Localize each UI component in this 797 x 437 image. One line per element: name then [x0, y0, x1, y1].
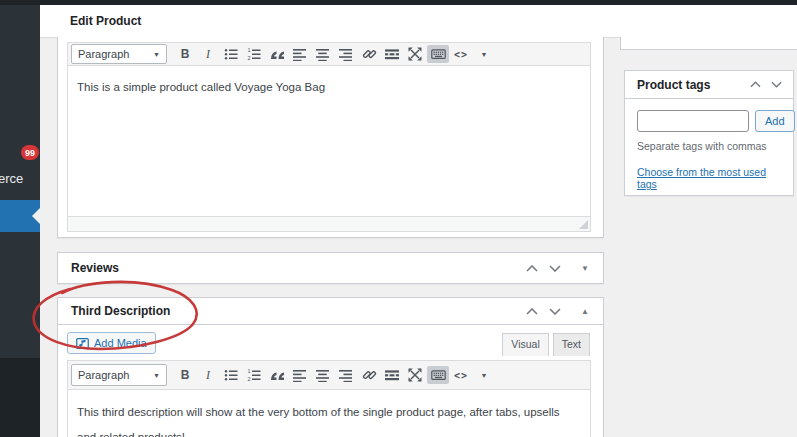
bullet-list-button[interactable] [220, 45, 242, 63]
align-center-icon [316, 369, 330, 382]
tags-input[interactable] [637, 110, 749, 132]
numbered-list-button[interactable]: 12 [243, 366, 265, 384]
description-postbox: Paragraph ▼ BI12<>▼ This is a simple pro… [57, 37, 604, 238]
link-icon [362, 47, 377, 61]
more-tag-icon [385, 47, 399, 61]
product-tags-title: Product tags [637, 78, 748, 92]
move-up-button[interactable] [525, 263, 539, 273]
toolbar-menu-caret-icon: ▼ [481, 51, 488, 58]
svg-text:1: 1 [247, 47, 250, 53]
product-tags-header[interactable]: Product tags [625, 71, 793, 99]
blockquote-icon [270, 48, 285, 61]
toolbar-toggle-button[interactable] [427, 366, 449, 384]
sidebar-item-woocommerce[interactable]: erce [0, 171, 23, 186]
code-icon: <> [454, 370, 468, 381]
svg-text:2: 2 [247, 55, 250, 61]
code-icon: <> [454, 49, 468, 60]
page-header: Edit Product [40, 5, 797, 37]
paragraph-format-label: Paragraph [78, 48, 129, 60]
description-editor: Paragraph ▼ BI12<>▼ This is a simple pro… [67, 42, 591, 232]
fullscreen-button[interactable] [404, 366, 426, 384]
blockquote-button[interactable] [266, 45, 288, 63]
description-content-area[interactable]: This is a simple product called Voyage Y… [68, 66, 590, 217]
italic-button[interactable]: I [197, 366, 219, 384]
align-center-button[interactable] [312, 366, 334, 384]
numbered-list-icon: 12 [247, 368, 261, 382]
third-description-content-area[interactable]: This third description will show at the … [68, 390, 590, 437]
more-tag-button[interactable] [381, 366, 403, 384]
page-title: Edit Product [70, 14, 141, 28]
product-tags-postbox: Product tags Add Separate tags with comm… [624, 70, 794, 196]
bold-button[interactable]: B [174, 366, 196, 384]
align-left-icon [293, 48, 307, 61]
resize-grip-icon[interactable] [579, 220, 588, 229]
italic-button[interactable]: I [197, 45, 219, 63]
toolbar-menu-caret[interactable]: ▼ [473, 45, 495, 63]
sidebar-item-active[interactable] [0, 200, 40, 232]
move-up-button[interactable] [748, 80, 762, 90]
move-down-button[interactable] [548, 263, 562, 273]
add-media-label: Add Media [94, 337, 147, 349]
paragraph-format-label: Paragraph [78, 369, 129, 381]
move-down-button[interactable] [769, 80, 783, 90]
link-button[interactable] [358, 366, 380, 384]
collapse-toggle-icon[interactable]: ▼ [579, 264, 591, 273]
chevron-up-icon [750, 81, 761, 88]
blockquote-button[interactable] [266, 366, 288, 384]
bullet-list-icon [224, 47, 238, 61]
most-used-tags-link[interactable]: Choose from the most used tags [637, 166, 781, 190]
chevron-down-icon: ▼ [153, 372, 160, 379]
bullet-list-icon [224, 368, 238, 382]
numbered-list-button[interactable]: 12 [243, 45, 265, 63]
bold-button[interactable]: B [174, 45, 196, 63]
align-center-button[interactable] [312, 45, 334, 63]
third-description-title: Third Description [71, 304, 525, 318]
reviews-postbox: Reviews ▼ [57, 252, 604, 284]
align-left-button[interactable] [289, 366, 311, 384]
bullet-list-button[interactable] [220, 366, 242, 384]
add-media-button[interactable]: Add Media [67, 332, 156, 354]
link-button[interactable] [358, 45, 380, 63]
toolbar-buttons: BI12<>▼ [174, 366, 495, 384]
media-icon [76, 337, 89, 350]
chevron-down-icon [549, 308, 561, 315]
reviews-title: Reviews [71, 261, 525, 275]
paragraph-format-select[interactable]: Paragraph ▼ [71, 364, 167, 386]
update-count-badge: 99 [21, 145, 39, 160]
tab-visual[interactable]: Visual [502, 333, 548, 356]
editor-toolbar: Paragraph ▼ BI12<>▼ [68, 361, 590, 390]
editor-mode-tabs: Visual Text [498, 332, 590, 355]
active-item-arrow-icon [32, 208, 40, 224]
chevron-down-icon: ▼ [153, 51, 160, 58]
toolbar-menu-caret[interactable]: ▼ [473, 366, 495, 384]
align-right-button[interactable] [335, 45, 357, 63]
third-description-postbox: Third Description ▲ Add Media Visual Tex… [57, 297, 604, 437]
move-down-button[interactable] [548, 306, 562, 316]
italic-icon: I [206, 47, 210, 62]
code-button[interactable]: <> [450, 366, 472, 384]
collapse-toggle-icon[interactable]: ▲ [579, 307, 591, 316]
fullscreen-button[interactable] [404, 45, 426, 63]
product-tags-body: Add Separate tags with commas Choose fro… [625, 99, 793, 203]
code-button[interactable]: <> [450, 45, 472, 63]
align-right-icon [339, 48, 353, 61]
paragraph-format-select[interactable]: Paragraph ▼ [71, 44, 167, 64]
toolbar-toggle-button[interactable] [427, 45, 449, 63]
align-right-button[interactable] [335, 366, 357, 384]
add-tag-button[interactable]: Add [755, 110, 795, 132]
move-up-button[interactable] [525, 306, 539, 316]
align-left-button[interactable] [289, 45, 311, 63]
tab-text[interactable]: Text [553, 333, 590, 356]
more-tag-icon [385, 368, 399, 382]
more-tag-button[interactable] [381, 45, 403, 63]
toolbar-buttons: BI12<>▼ [174, 45, 495, 63]
bold-icon: B [181, 47, 190, 61]
editor-status-bar [68, 216, 590, 231]
third-description-header[interactable]: Third Description ▲ [58, 298, 603, 325]
fullscreen-icon [408, 368, 422, 382]
description-text: This is a simple product called Voyage Y… [77, 81, 325, 93]
reviews-header[interactable]: Reviews ▼ [58, 253, 603, 283]
chevron-up-icon [526, 308, 538, 315]
svg-text:1: 1 [247, 368, 250, 374]
media-buttons-row: Add Media Visual Text [58, 325, 603, 361]
